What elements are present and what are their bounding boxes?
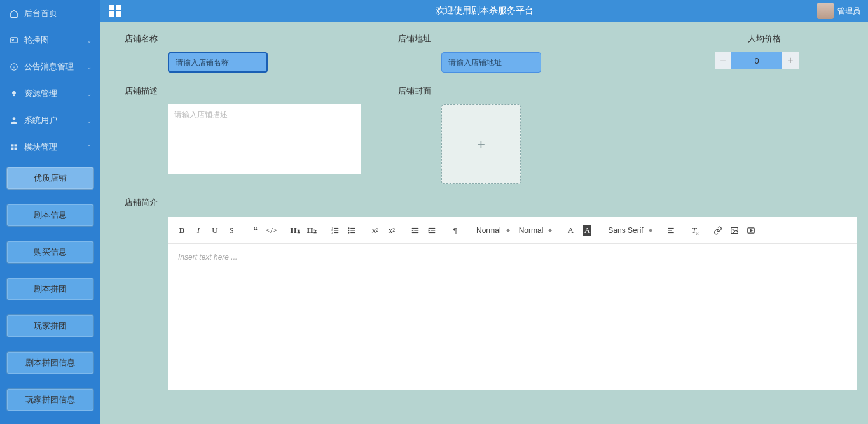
sidebar-item-label: 系统用户 (24, 115, 57, 126)
rich-editor: B I U S ❝ </> H₁ H₂ 123 x2 x2 ¶‎ Normal◆… (168, 217, 857, 390)
svg-marker-36 (750, 229, 753, 232)
video-button[interactable] (743, 223, 759, 238)
sub-item-script[interactable]: 剧本信息 (6, 204, 94, 227)
h2-button[interactable]: H₂ (304, 223, 319, 238)
code-button[interactable]: </> (264, 223, 279, 238)
price-increase-button[interactable]: + (782, 52, 799, 69)
quote-button[interactable]: ❝ (247, 223, 263, 238)
grid-icon (9, 142, 19, 152)
desc-textarea[interactable] (168, 104, 361, 174)
sidebar-item-user[interactable]: 系统用户 ⌄ (0, 107, 100, 134)
chevron-up-icon: ⌃ (86, 144, 92, 151)
topbar: 欢迎使用剧本杀服务平台 管理员 (100, 0, 868, 22)
chevron-down-icon: ⌄ (86, 90, 92, 97)
chevron-down-icon: ⌄ (86, 37, 92, 44)
ul-button[interactable] (344, 223, 359, 238)
label-shop-name: 店铺名称 (125, 33, 373, 45)
align-button[interactable] (663, 223, 679, 238)
sidebar-item-carousel[interactable]: 轮播图 ⌄ (0, 27, 100, 53)
bgcolor-button[interactable]: A (579, 223, 595, 238)
sidebar-item-notice[interactable]: 公告消息管理 ⌄ (0, 53, 100, 80)
sidebar-item-label: 模块管理 (24, 141, 57, 153)
svg-rect-10 (11, 148, 13, 150)
user-menu[interactable]: 管理员 (817, 3, 860, 19)
avatar (817, 3, 834, 19)
editor-body[interactable]: Insert text here ... (168, 244, 857, 390)
sub-item-playergroupinfo[interactable]: 玩家拼团信息 (6, 388, 94, 411)
home-icon (9, 8, 19, 18)
shop-name-input[interactable] (168, 52, 268, 73)
svg-rect-0 (11, 38, 18, 43)
sub-item-scriptgroupinfo[interactable]: 剧本拼团信息 (6, 351, 94, 374)
sub-item-playergroup[interactable]: 玩家拼团 (6, 314, 94, 337)
header-select[interactable]: Normal◆ (471, 226, 513, 235)
sidebar-item-resource[interactable]: 资源管理 ⌄ (0, 80, 100, 107)
outdent-button[interactable] (408, 223, 423, 238)
sub-item-shop[interactable]: 优质店铺 (6, 167, 94, 190)
svg-point-21 (348, 227, 349, 228)
h1-button[interactable]: H₁ (287, 223, 303, 238)
label-price: 人均价格 (672, 33, 857, 45)
svg-point-5 (12, 91, 16, 95)
price-decrease-button[interactable]: − (715, 52, 731, 69)
sidebar: 后台首页 轮播图 ⌄ 公告消息管理 ⌄ 资源管理 ⌄ 系统用户 ⌄ 模块管理 ⌃… (0, 0, 100, 424)
svg-point-1 (12, 39, 13, 40)
sub-item-buy[interactable]: 购买信息 (6, 241, 94, 264)
strike-button[interactable]: S (224, 223, 239, 238)
indent-button[interactable] (424, 223, 439, 238)
font-select[interactable]: Sans Serif◆ (603, 226, 654, 235)
svg-rect-6 (13, 95, 15, 96)
svg-rect-9 (15, 144, 17, 146)
chevron-down-icon: ⌄ (86, 64, 92, 71)
image-icon (9, 35, 19, 45)
svg-point-23 (348, 232, 349, 232)
sidebar-item-module[interactable]: 模块管理 ⌃ (0, 134, 100, 160)
svg-point-22 (348, 230, 349, 230)
svg-point-7 (13, 117, 16, 120)
italic-button[interactable]: I (191, 223, 206, 238)
svg-rect-8 (11, 144, 13, 146)
bold-button[interactable]: B (174, 223, 189, 238)
chevron-down-icon: ⌄ (86, 117, 92, 124)
svg-point-34 (733, 229, 734, 230)
user-icon (9, 115, 19, 125)
label-shop-addr: 店铺地址 (398, 33, 646, 45)
cover-upload[interactable]: + (441, 104, 521, 184)
image-button[interactable] (727, 223, 742, 238)
shop-addr-input[interactable] (441, 52, 541, 73)
sidebar-item-home[interactable]: 后台首页 (0, 0, 100, 27)
main-content: 店铺名称 店铺地址 人均价格 − + 店铺描述 店铺封面 + 店铺简介 (100, 22, 868, 424)
page-title: 欢迎使用剧本杀服务平台 (436, 5, 534, 17)
sub-item-scriptgroup[interactable]: 剧本拼团 (6, 278, 94, 300)
bulb-icon (9, 88, 19, 99)
underline-button[interactable]: U (207, 223, 223, 238)
ol-button[interactable]: 123 (327, 223, 343, 238)
sidebar-item-label: 资源管理 (24, 88, 57, 99)
plus-icon: + (477, 136, 485, 153)
user-label: 管理员 (837, 6, 860, 17)
direction-button[interactable]: ¶‎ (448, 223, 463, 238)
editor-toolbar: B I U S ❝ </> H₁ H₂ 123 x2 x2 ¶‎ Normal◆… (168, 217, 857, 244)
size-select[interactable]: Normal◆ (514, 226, 555, 235)
label-cover: 店铺封面 (398, 85, 646, 97)
price-stepper: − + (715, 52, 857, 69)
sidebar-item-label: 公告消息管理 (24, 61, 74, 73)
menu-grid-icon[interactable] (109, 5, 121, 17)
link-button[interactable] (710, 223, 726, 238)
sup-button[interactable]: x2 (384, 223, 399, 238)
clear-button[interactable]: T× (687, 223, 702, 238)
svg-rect-11 (15, 148, 17, 150)
sidebar-item-label: 后台首页 (24, 8, 57, 19)
svg-text:3: 3 (331, 230, 333, 234)
sidebar-item-label: 轮播图 (24, 34, 49, 46)
price-input[interactable] (731, 52, 782, 69)
sidebar-submenu: 优质店铺 剧本信息 购买信息 剧本拼团 玩家拼团 剧本拼团信息 玩家拼团信息 (0, 167, 100, 418)
sub-button[interactable]: x2 (368, 223, 383, 238)
label-desc: 店铺描述 (125, 85, 373, 97)
info-icon (9, 62, 19, 72)
label-intro: 店铺简介 (125, 197, 857, 208)
color-button[interactable]: A (563, 223, 578, 238)
